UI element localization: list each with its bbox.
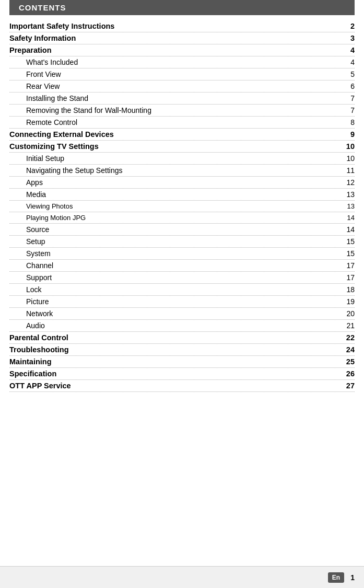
toc-item: Lock18: [9, 284, 355, 296]
toc-item: Picture19: [9, 296, 355, 308]
toc-page: 7: [344, 94, 355, 102]
footer-bar: En 1: [0, 566, 364, 588]
toc-label: Specification: [9, 370, 344, 378]
toc-label: OTT APP Service: [9, 382, 344, 390]
toc-page: 17: [344, 273, 355, 282]
toc-page: 17: [344, 261, 355, 270]
language-badge: En: [328, 572, 344, 583]
toc-label: System: [9, 249, 344, 258]
toc-page: 10: [344, 142, 355, 151]
toc-item: Network20: [9, 308, 355, 320]
toc-item: System15: [9, 248, 355, 260]
toc-label: Connecting External Devices: [9, 130, 344, 139]
toc-page: 14: [344, 214, 355, 222]
toc-label: Installing the Stand: [9, 94, 344, 102]
toc-page: 19: [344, 297, 355, 306]
toc-item: OTT APP Service27: [9, 380, 355, 392]
toc-item: Initial Setup10: [9, 153, 355, 165]
contents-header: CONTENTS: [9, 0, 355, 15]
toc-page: 13: [344, 202, 355, 210]
toc-item: Customizing TV Settings10: [9, 141, 355, 153]
toc-label: Removing the Stand for Wall-Mounting: [9, 106, 344, 114]
toc-item: What's Included4: [9, 56, 355, 68]
toc-label: Audio: [9, 321, 344, 330]
toc-item: Rear View6: [9, 80, 355, 93]
toc-page: 15: [344, 249, 355, 258]
toc-label: Maintaining: [9, 358, 344, 366]
toc-page: 3: [344, 34, 355, 42]
toc-page: 11: [344, 166, 355, 175]
toc-item: Apps12: [9, 177, 355, 189]
toc-page: 22: [344, 333, 355, 342]
toc-item: Parental Control22: [9, 332, 355, 344]
toc-label: Viewing Photos: [9, 202, 344, 210]
toc-page: 21: [344, 321, 355, 330]
toc-item: Support17: [9, 272, 355, 284]
toc-label: Network: [9, 309, 344, 318]
toc-label: Front View: [9, 70, 344, 78]
toc-label: Media: [9, 190, 344, 199]
toc-label: Apps: [9, 178, 344, 187]
toc-item: Playing Motion JPG14: [9, 212, 355, 224]
toc-label: Source: [9, 225, 344, 234]
toc-label: Playing Motion JPG: [9, 214, 344, 222]
toc-page: 12: [344, 178, 355, 187]
toc-label: Navigating the Setup Settings: [9, 166, 344, 175]
toc-page: 26: [344, 370, 355, 378]
content-area: CONTENTS Important Safety Instructions2S…: [0, 0, 364, 566]
toc-item: Front View5: [9, 68, 355, 80]
toc-item: Viewing Photos13: [9, 201, 355, 212]
toc-label: Support: [9, 273, 344, 282]
toc-label: Remote Control: [9, 118, 344, 126]
toc-label: Setup: [9, 237, 344, 246]
toc-label: Lock: [9, 285, 344, 294]
toc-page: 27: [344, 382, 355, 390]
toc-page: 15: [344, 237, 355, 246]
toc-page: 8: [344, 118, 355, 126]
toc-page: 18: [344, 285, 355, 294]
toc-label: Preparation: [9, 46, 344, 54]
toc-label: Safety Information: [9, 34, 344, 42]
toc-item: Specification26: [9, 368, 355, 380]
toc-label: Rear View: [9, 82, 344, 90]
toc-label: Troubleshooting: [9, 345, 344, 354]
toc-container: Important Safety Instructions2Safety Inf…: [9, 20, 355, 392]
toc-page: 14: [344, 225, 355, 234]
toc-item: Audio21: [9, 320, 355, 332]
toc-item: Navigating the Setup Settings11: [9, 165, 355, 177]
toc-item: Source14: [9, 224, 355, 236]
toc-label: Customizing TV Settings: [9, 142, 344, 151]
toc-item: Safety Information3: [9, 32, 355, 44]
toc-item: Connecting External Devices9: [9, 129, 355, 141]
toc-label: Important Safety Instructions: [9, 22, 344, 30]
page-wrapper: CONTENTS Important Safety Instructions2S…: [0, 0, 364, 588]
toc-item: Important Safety Instructions2: [9, 20, 355, 32]
toc-item: Installing the Stand7: [9, 93, 355, 105]
toc-page: 10: [344, 154, 355, 163]
toc-item: Maintaining25: [9, 356, 355, 368]
contents-title: CONTENTS: [19, 3, 66, 12]
toc-label: Channel: [9, 261, 344, 270]
toc-item: Remote Control8: [9, 117, 355, 129]
toc-page: 20: [344, 309, 355, 318]
toc-page: 24: [344, 345, 355, 354]
toc-label: What's Included: [9, 58, 344, 66]
toc-page: 2: [344, 22, 355, 30]
toc-label: Parental Control: [9, 333, 344, 342]
toc-page: 5: [344, 70, 355, 78]
toc-label: Picture: [9, 297, 344, 306]
toc-page: 4: [344, 46, 355, 54]
toc-item: Troubleshooting24: [9, 344, 355, 356]
toc-item: Channel17: [9, 260, 355, 272]
toc-label: Initial Setup: [9, 154, 344, 163]
toc-page: 6: [344, 82, 355, 90]
page-number: 1: [350, 573, 355, 582]
toc-page: 4: [344, 58, 355, 66]
toc-page: 7: [344, 106, 355, 114]
toc-item: Removing the Stand for Wall-Mounting7: [9, 105, 355, 117]
toc-page: 25: [344, 358, 355, 366]
toc-page: 13: [344, 190, 355, 199]
toc-page: 9: [344, 130, 355, 139]
toc-item: Setup15: [9, 236, 355, 248]
toc-item: Media13: [9, 189, 355, 201]
